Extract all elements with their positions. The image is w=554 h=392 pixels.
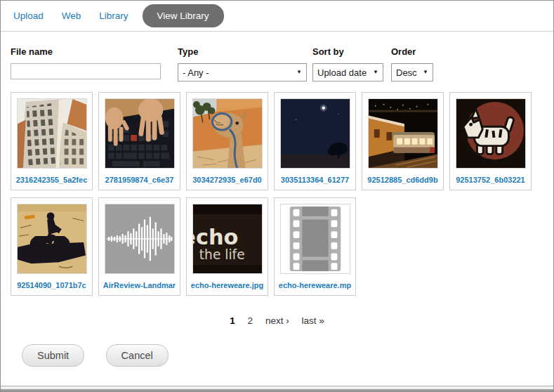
pager-current-page: 1 [230,315,235,326]
media-item: echo the life echo-hereweare.jpg [186,197,268,296]
tab-bar: Upload Web Library View Library [1,1,553,32]
type-label: Type [178,46,307,57]
media-item: 3035113364_61277 [274,92,356,190]
media-item: 92512885_cd6dd9b [362,92,444,190]
svg-text:echo: echo [193,225,238,249]
file-name-label: File name [11,46,161,57]
sort-by-select[interactable]: Upload date [312,63,383,81]
thumbnail-keyboard-hands-photo[interactable] [105,98,175,169]
media-caption-link[interactable]: 92513752_6b03221 [450,176,531,184]
media-item: echo-hereweare.mp [274,197,356,296]
media-caption-link[interactable]: echo-hereweare.mp [275,281,355,289]
media-item: 2316242355_5a2fec [11,92,93,190]
media-caption-link[interactable]: AirReview-Landmar [99,281,180,289]
thumbnail-building-photo[interactable] [17,98,87,169]
tab-web[interactable]: Web [62,11,81,21]
tab-library[interactable]: Library [99,11,128,21]
sort-by-label: Sort by [312,46,383,57]
type-field-group: Type - Any - ▼ [178,46,307,81]
media-grid: 2316242355_5a2fec [1,92,553,303]
filter-bar: File name Type - Any - ▼ Sort by Upload … [1,32,553,81]
media-caption-link[interactable]: 3034272935_e67d0 [187,176,268,184]
window-bottom-edge [1,386,553,391]
thumbnail-night-tree-photo[interactable] [280,98,350,169]
thumbnail-dog-graffiti-photo[interactable] [456,98,526,169]
thumbnail-motorcycle-stencil-photo[interactable] [17,204,87,274]
media-item: 2781959874_c6e37 [98,92,180,190]
file-name-field-group: File name [11,46,161,79]
sort-by-field-group: Sort by Upload date ▼ [312,46,383,81]
pager-last[interactable]: last » [301,315,324,326]
media-caption-link[interactable]: 92514090_1071b7c [11,281,92,289]
order-field-group: Order Desc ▼ [391,46,433,81]
media-item: 92513752_6b03221 [449,92,532,190]
media-caption-link[interactable]: 3035113364_61277 [275,176,355,184]
thumbnail-night-tram-photo[interactable] [368,98,438,169]
type-select[interactable]: - Any - [178,63,307,81]
media-caption-link[interactable]: echo-hereweare.jpg [187,281,268,289]
pager: 1 2 next › last » [1,315,553,326]
submit-button[interactable]: Submit [22,344,84,367]
media-caption-link[interactable]: 2781959874_c6e37 [99,176,180,184]
tab-view-library[interactable]: View Library [143,4,224,27]
audio-waveform-icon[interactable] [105,204,175,274]
svg-text:the life: the life [199,247,244,262]
media-caption-link[interactable]: 92512885_cd6dd9b [362,176,443,184]
tab-upload[interactable]: Upload [13,11,44,21]
file-name-input[interactable] [11,63,161,79]
media-item: AirReview-Landmar [98,197,180,296]
media-caption-link[interactable]: 2316242355_5a2fec [11,176,92,184]
action-bar: Submit Cancel [1,344,553,367]
order-label: Order [391,46,433,57]
thumbnail-echo-text-photo[interactable]: echo the life [192,204,263,274]
media-browser-window: Upload Web Library View Library File nam… [0,0,554,392]
film-strip-icon[interactable] [280,204,350,274]
thumbnail-camel-photo[interactable] [192,98,263,169]
pager-page-2[interactable]: 2 [248,315,253,326]
media-item: 3034272935_e67d0 [186,92,268,190]
media-item: 92514090_1071b7c [11,197,93,296]
pager-next[interactable]: next › [265,315,289,326]
cancel-button[interactable]: Cancel [106,344,169,367]
order-select[interactable]: Desc [391,63,433,81]
